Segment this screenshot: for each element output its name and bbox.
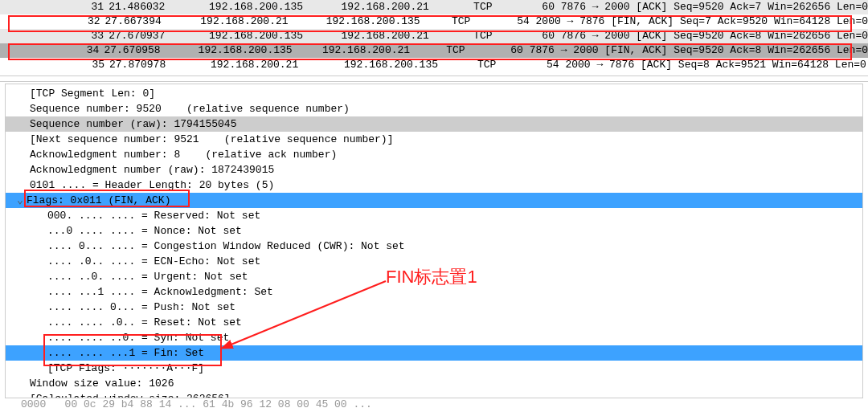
detail-tcp-seg-len[interactable]: [TCP Segment Len: 0] — [6, 86, 862, 101]
packet-row[interactable]: 3527.870978192.168.200.21192.168.200.135… — [0, 58, 868, 72]
detail-flag-fin[interactable]: .... .... ...1 = Fin: Set — [6, 345, 862, 361]
packet-col-info: 54 2000 → 7876 [FIN, ACK] Seq=7 Ack=9520… — [512, 14, 868, 29]
packet-col-num: 35 — [0, 58, 104, 72]
packet-row[interactable]: 3427.670958192.168.200.135192.168.200.21… — [0, 43, 868, 58]
packet-col-num: 33 — [0, 29, 104, 43]
packet-list: 3121.486032192.168.200.135192.168.200.21… — [0, 0, 868, 72]
packet-col-info: 54 2000 → 7876 [ACK] Seq=8 Ack=9521 Win=… — [542, 58, 868, 72]
detail-flag-psh[interactable]: .... .... 0... = Push: Not set — [6, 300, 862, 315]
packet-col-info: 60 7876 → 2000 [FIN, ACK] Seq=9520 Ack=8… — [506, 43, 868, 58]
packet-col-proto: TCP — [469, 29, 537, 43]
detail-tcp-flags-str[interactable]: [TCP Flags: ·······A···F] — [6, 361, 862, 376]
packet-row[interactable]: 3327.670937192.168.200.135192.168.200.21… — [0, 29, 868, 43]
packet-col-dst: 192.168.200.21 — [337, 29, 469, 43]
packet-col-proto: TCP — [473, 58, 542, 72]
caret-down-icon[interactable]: ⌄ — [17, 193, 27, 208]
detail-flag-nonce[interactable]: ...0 .... .... = Nonce: Not set — [6, 223, 862, 239]
packet-col-num: 32 — [0, 14, 100, 29]
packet-col-proto: TCP — [441, 43, 506, 58]
packet-col-dst: 192.168.200.21 — [337, 0, 469, 14]
packet-col-time: 27.670958 — [99, 43, 193, 58]
packet-col-time: 27.670937 — [104, 29, 204, 43]
packet-details-pane: [TCP Segment Len: 0] Sequence number: 95… — [5, 84, 863, 408]
detail-flags[interactable]: ⌄Flags: 0x011 (FIN, ACK) — [6, 193, 862, 208]
packet-col-dst: 192.168.200.21 — [317, 43, 441, 58]
detail-ack-raw[interactable]: Acknowledgment number (raw): 1872439015 — [6, 162, 862, 177]
packet-col-dst: 192.168.200.135 — [339, 58, 473, 72]
packet-col-time: 21.486032 — [104, 0, 204, 14]
packet-col-proto: TCP — [469, 0, 537, 14]
packet-col-num: 31 — [0, 0, 104, 14]
detail-hdr-len[interactable]: 0101 .... = Header Length: 20 bytes (5) — [6, 177, 862, 193]
detail-flag-reserved[interactable]: 000. .... .... = Reserved: Not set — [6, 208, 862, 223]
packet-col-src: 192.168.200.135 — [204, 0, 337, 14]
detail-next-seq[interactable]: [Next sequence number: 9521 (relative se… — [6, 132, 862, 147]
detail-win-size[interactable]: Window size value: 1026 — [6, 376, 862, 391]
detail-flag-ack[interactable]: .... ...1 .... = Acknowledgment: Set — [6, 284, 862, 300]
bytes-pane-partial: 0000 00 0c 29 b4 88 14 ... 61 4b 96 12 0… — [5, 398, 863, 408]
detail-flag-urg[interactable]: .... ..0. .... = Urgent: Not set — [6, 269, 862, 284]
detail-flag-cwr[interactable]: .... 0... .... = Congestion Window Reduc… — [6, 239, 862, 254]
packet-col-num: 34 — [0, 43, 99, 58]
detail-flags-label: Flags: 0x011 (FIN, ACK) — [27, 194, 170, 206]
detail-seq-raw[interactable]: Sequence number (raw): 1794155045 — [6, 116, 862, 132]
detail-flag-ece[interactable]: .... .0.. .... = ECN-Echo: Not set — [6, 254, 862, 269]
packet-col-src: 192.168.200.135 — [194, 43, 317, 58]
packet-col-info: 60 7876 → 2000 [ACK] Seq=9520 Ack=7 Win=… — [537, 0, 868, 14]
packet-col-proto: TCP — [447, 14, 512, 29]
packet-col-src: 192.168.200.135 — [204, 29, 337, 43]
detail-ack-rel[interactable]: Acknowledgment number: 8 (relative ack n… — [6, 147, 862, 162]
packet-col-time: 27.667394 — [100, 14, 196, 29]
packet-col-src: 192.168.200.21 — [195, 14, 321, 29]
packet-col-time: 27.870978 — [104, 58, 206, 72]
pane-divider[interactable] — [0, 75, 868, 82]
packet-row[interactable]: 3227.667394192.168.200.21192.168.200.135… — [0, 14, 868, 29]
detail-flag-rst[interactable]: .... .... .0.. = Reset: Not set — [6, 315, 862, 330]
detail-flag-syn[interactable]: .... .... ..0. = Syn: Not set — [6, 330, 862, 345]
detail-seq-rel[interactable]: Sequence number: 9520 (relative sequence… — [6, 101, 862, 116]
packet-col-dst: 192.168.200.135 — [321, 14, 447, 29]
packet-col-src: 192.168.200.21 — [206, 58, 339, 72]
packet-col-info: 60 7876 → 2000 [ACK] Seq=9520 Ack=8 Win=… — [537, 29, 868, 43]
packet-row[interactable]: 3121.486032192.168.200.135192.168.200.21… — [0, 0, 868, 14]
